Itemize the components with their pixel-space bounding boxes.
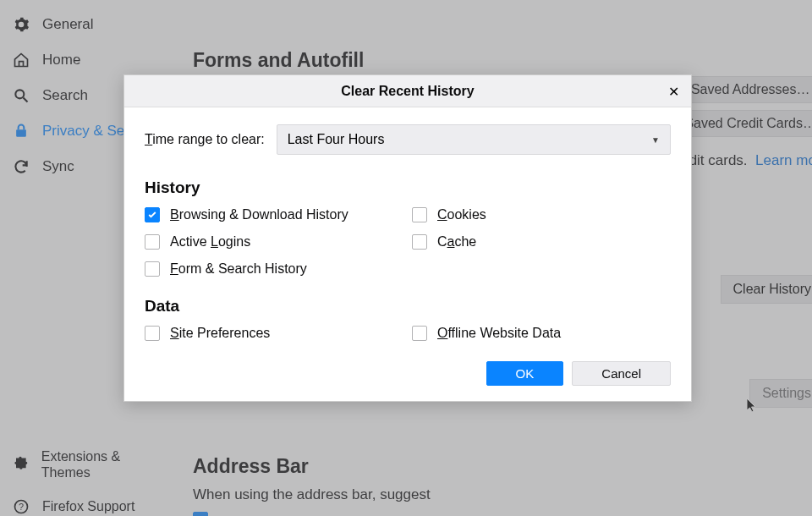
- history-checkbox-grid: Browsing & Download History Cookies Acti…: [145, 207, 671, 277]
- cache-label: Cache: [437, 234, 476, 250]
- cookies-label: Cookies: [437, 207, 486, 222]
- cookies-row: Cookies: [412, 207, 671, 222]
- close-icon[interactable]: ✕: [664, 82, 683, 101]
- cache-row: Cache: [412, 234, 671, 250]
- form-checkbox[interactable]: [145, 261, 160, 277]
- browsing-label: Browsing & Download History: [170, 207, 348, 222]
- dialog-header: Clear Recent History ✕: [124, 75, 691, 107]
- offline-checkbox[interactable]: [412, 326, 427, 341]
- clear-history-dialog: Clear Recent History ✕ Time range to cle…: [123, 74, 692, 402]
- dialog-button-row: OK Cancel: [145, 361, 671, 386]
- form-label: Form & Search History: [170, 261, 307, 277]
- logins-row: Active Logins: [145, 234, 403, 250]
- cache-checkbox[interactable]: [412, 234, 427, 250]
- time-range-value: Last Four Hours: [288, 132, 385, 147]
- time-range-label: Time range to clear:: [145, 132, 265, 147]
- site-row: Site Preferences: [145, 326, 403, 341]
- data-checkbox-grid: Site Preferences Offline Website Data: [145, 326, 671, 341]
- dialog-title: Clear Recent History: [341, 84, 474, 99]
- chevron-down-icon: ▼: [651, 135, 660, 145]
- form-row: Form & Search History: [145, 261, 403, 277]
- time-range-select[interactable]: Last Four Hours ▼: [277, 124, 671, 155]
- browsing-checkbox[interactable]: [145, 207, 160, 222]
- data-group-title: Data: [145, 297, 671, 316]
- site-checkbox[interactable]: [145, 326, 160, 341]
- offline-label: Offline Website Data: [437, 326, 561, 341]
- site-label: Site Preferences: [170, 326, 270, 341]
- offline-row: Offline Website Data: [412, 326, 671, 341]
- cookies-checkbox[interactable]: [412, 207, 427, 222]
- browsing-row: Browsing & Download History: [145, 207, 403, 222]
- logins-checkbox[interactable]: [145, 234, 160, 250]
- logins-label: Active Logins: [170, 234, 250, 250]
- time-range-row: Time range to clear: Last Four Hours ▼: [145, 124, 671, 155]
- history-group-title: History: [145, 178, 671, 197]
- dialog-body: Time range to clear: Last Four Hours ▼ H…: [124, 107, 691, 401]
- ok-button[interactable]: OK: [486, 361, 564, 386]
- cancel-button[interactable]: Cancel: [572, 361, 671, 386]
